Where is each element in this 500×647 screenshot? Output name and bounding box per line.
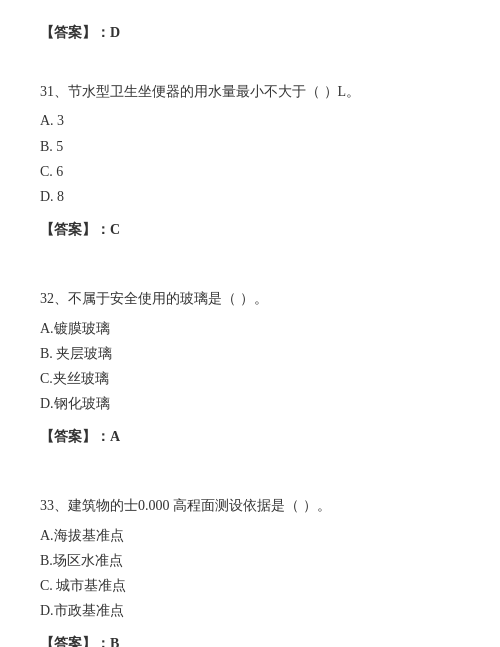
option-32-c: C.夹丝玻璃	[40, 366, 460, 391]
options-33: A.海拔基准点 B.场区水准点 C. 城市基准点 D.市政基准点	[40, 523, 460, 624]
section-0: 【答案】：D 31、节水型卫生坐便器的用水量最小不大于（ ）L。 A. 3 B.…	[40, 20, 460, 242]
question-33: 33、建筑物的士0.000 高程面测设依据是（ ）。	[40, 493, 460, 518]
option-33-c: C. 城市基准点	[40, 573, 460, 598]
option-32-d: D.钢化玻璃	[40, 391, 460, 416]
question-31: 31、节水型卫生坐便器的用水量最小不大于（ ）L。	[40, 79, 460, 104]
question-32: 32、不属于安全使用的玻璃是（ ）。	[40, 286, 460, 311]
option-33-b: B.场区水准点	[40, 548, 460, 573]
option-33-d: D.市政基准点	[40, 598, 460, 623]
answer-31: 【答案】：C	[40, 217, 460, 242]
option-31-d: D. 8	[40, 184, 460, 209]
option-31-c: C. 6	[40, 159, 460, 184]
section-1: 32、不属于安全使用的玻璃是（ ）。 A.镀膜玻璃 B. 夹层玻璃 C.夹丝玻璃…	[40, 286, 460, 449]
options-31: A. 3 B. 5 C. 6 D. 8	[40, 108, 460, 209]
section-2: 33、建筑物的士0.000 高程面测设依据是（ ）。 A.海拔基准点 B.场区水…	[40, 493, 460, 647]
answer-33: 【答案】：B	[40, 631, 460, 647]
option-33-a: A.海拔基准点	[40, 523, 460, 548]
option-31-b: B. 5	[40, 134, 460, 159]
option-32-a: A.镀膜玻璃	[40, 316, 460, 341]
option-31-a: A. 3	[40, 108, 460, 133]
option-32-b: B. 夹层玻璃	[40, 341, 460, 366]
answer-32: 【答案】：A	[40, 424, 460, 449]
options-32: A.镀膜玻璃 B. 夹层玻璃 C.夹丝玻璃 D.钢化玻璃	[40, 316, 460, 417]
answer-0: 【答案】：D	[40, 20, 460, 45]
